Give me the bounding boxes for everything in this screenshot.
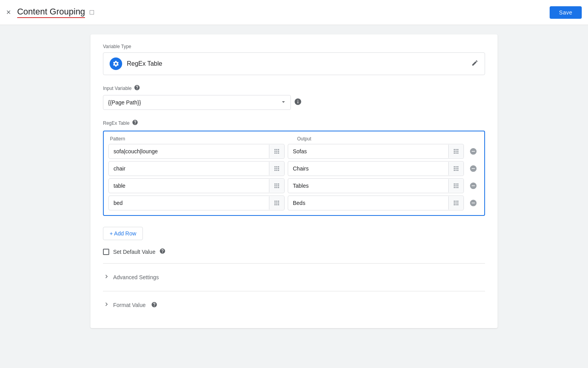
regex-table-section: RegEx Table Pattern Output	[103, 119, 485, 216]
table-row	[108, 196, 480, 210]
pattern-cell-4	[108, 196, 285, 210]
output-input-2[interactable]	[288, 162, 448, 176]
regex-table-container: Pattern Output	[103, 131, 485, 216]
remove-row-button-3[interactable]	[467, 180, 480, 192]
edit-icon[interactable]	[471, 59, 478, 68]
input-variable-select-wrapper: {{Page Path}}	[103, 95, 291, 110]
save-button[interactable]: Save	[550, 6, 582, 19]
page-title: Content Grouping	[17, 7, 85, 18]
table-row	[108, 144, 480, 159]
table-row	[108, 178, 480, 193]
input-variable-info-icon[interactable]	[294, 98, 302, 108]
set-default-checkbox[interactable]	[103, 249, 109, 255]
input-variable-row: {{Page Path}}	[103, 95, 485, 110]
remove-row-button-1[interactable]	[467, 145, 480, 158]
input-variable-select[interactable]: {{Page Path}}	[103, 95, 291, 110]
pattern-variable-icon-3[interactable]	[269, 179, 284, 192]
pattern-input-4[interactable]	[109, 196, 269, 210]
pattern-cell-1	[108, 144, 285, 159]
folder-icon[interactable]: □	[90, 8, 94, 16]
variable-type-box[interactable]: RegEx Table	[103, 52, 485, 75]
remove-row-button-4[interactable]	[467, 197, 480, 209]
divider-1	[103, 263, 485, 264]
gear-icon	[110, 57, 122, 70]
output-input-4[interactable]	[288, 196, 448, 210]
format-value-row[interactable]: Format Value	[103, 294, 485, 316]
header-bar: × Content Grouping □ Save	[0, 0, 588, 25]
set-default-label: Set Default Value	[113, 249, 155, 255]
format-value-label: Format Value	[113, 302, 146, 308]
format-value-help-icon[interactable]	[151, 302, 157, 309]
settings-card: Variable Type RegEx Table Input Variable	[90, 34, 498, 328]
advanced-settings-label: Advanced Settings	[113, 274, 159, 280]
pattern-input-3[interactable]	[109, 179, 269, 193]
input-variable-label-row: Input Variable	[103, 84, 485, 92]
input-variable-label: Input Variable	[103, 86, 132, 91]
pattern-input-2[interactable]	[109, 162, 269, 176]
table-header-row: Pattern Output	[108, 136, 480, 142]
regex-table-label: RegEx Table	[103, 120, 130, 126]
variable-type-name: RegEx Table	[127, 60, 162, 67]
col-pattern-header: Pattern	[110, 136, 291, 142]
output-variable-icon-3[interactable]	[448, 179, 464, 192]
close-button[interactable]: ×	[6, 8, 11, 17]
pattern-variable-icon-4[interactable]	[269, 196, 284, 210]
output-variable-icon-1[interactable]	[448, 145, 464, 158]
variable-type-label: Variable Type	[103, 44, 485, 49]
advanced-settings-row[interactable]: Advanced Settings	[103, 267, 485, 288]
variable-type-left: RegEx Table	[110, 57, 162, 70]
output-cell-3	[288, 178, 464, 193]
output-input-1[interactable]	[288, 144, 448, 158]
input-variable-help-icon[interactable]	[134, 84, 140, 92]
table-row	[108, 161, 480, 176]
add-row-button[interactable]: + Add Row	[103, 227, 143, 240]
format-value-chevron-icon	[103, 301, 110, 309]
output-cell-1	[288, 144, 464, 159]
close-icon: ×	[6, 8, 11, 17]
set-default-value-row: Set Default Value	[103, 248, 485, 255]
pattern-variable-icon-1[interactable]	[269, 145, 284, 158]
pattern-input-1[interactable]	[109, 144, 269, 158]
output-cell-2	[288, 161, 464, 176]
set-default-help-icon[interactable]	[159, 248, 166, 255]
output-input-3[interactable]	[288, 179, 448, 193]
main-content: Variable Type RegEx Table Input Variable	[0, 25, 588, 337]
input-variable-section: Input Variable {{Page Path}}	[103, 84, 485, 110]
pattern-cell-3	[108, 178, 285, 193]
col-output-header: Output	[297, 136, 478, 142]
output-cell-4	[288, 196, 464, 210]
regex-label-row: RegEx Table	[103, 119, 485, 127]
output-variable-icon-4[interactable]	[448, 196, 464, 210]
remove-row-button-2[interactable]	[467, 162, 480, 175]
regex-table-help-icon[interactable]	[132, 119, 138, 127]
pattern-variable-icon-2[interactable]	[269, 162, 284, 175]
divider-2	[103, 291, 485, 291]
output-variable-icon-2[interactable]	[448, 162, 464, 175]
advanced-settings-chevron-icon	[103, 273, 110, 282]
header-title-area: Content Grouping □	[17, 7, 550, 18]
pattern-cell-2	[108, 161, 285, 176]
